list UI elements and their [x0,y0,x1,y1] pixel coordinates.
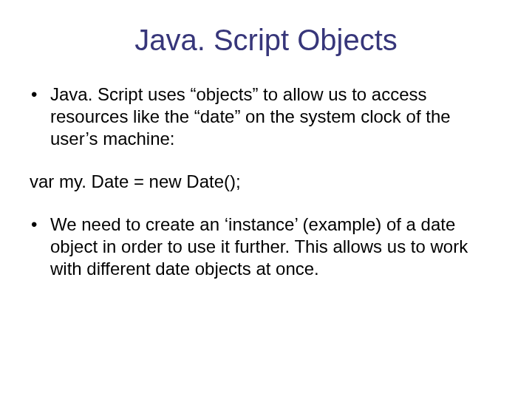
slide: Java. Script Objects • Java. Script uses… [0,0,532,399]
slide-title: Java. Script Objects [30,24,502,57]
bullet-dot: • [30,83,50,150]
bullet-text: We need to create an ‘instance’ (example… [50,214,502,280]
bullet-item: • We need to create an ‘instance’ (examp… [30,214,502,280]
bullet-item: • Java. Script uses “objects” to allow u… [30,83,502,150]
bullet-text: Java. Script uses “objects” to allow us … [50,83,502,150]
slide-body: • Java. Script uses “objects” to allow u… [30,83,502,280]
code-line: var my. Date = new Date(); [30,171,502,193]
bullet-dot: • [30,214,50,280]
